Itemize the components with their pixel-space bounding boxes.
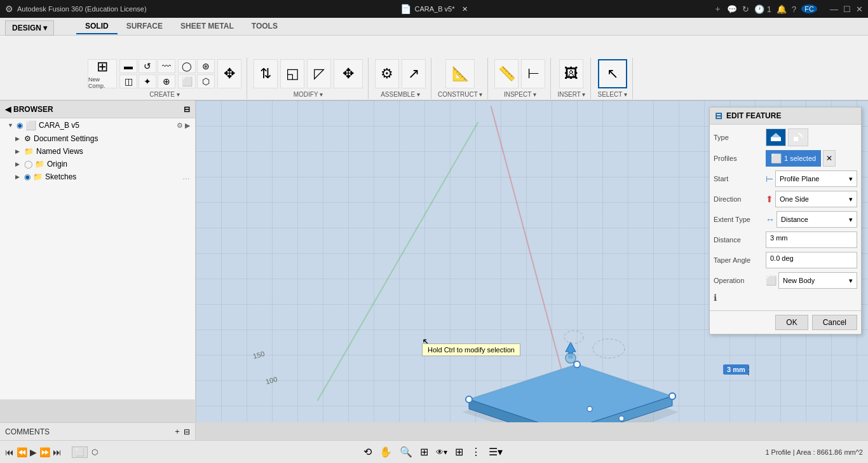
ef-start-dropdown[interactable]: Profile Plane ▾ — [775, 170, 857, 187]
browser-origin-visibility[interactable]: ◯ — [24, 160, 32, 169]
pb-skip-start[interactable]: ⏮ — [5, 447, 14, 457]
clock-icon[interactable]: 🕐 1 — [754, 4, 771, 14]
ef-taper-input[interactable]: 0.0 deg — [766, 252, 857, 268]
modify-items: ⇅ ◱ ◸ ✥ — [254, 59, 363, 88]
construct-plane-btn[interactable]: 📐 — [445, 59, 475, 88]
close-btn[interactable]: ✕ — [856, 4, 863, 14]
browser-root[interactable]: ▼ ◉ ⬜ CARA_B v5 ⚙ ▶ — [0, 118, 195, 132]
canvas[interactable]: 3 mm ⋮ Hold Ctrl to modify selection ↖ T… — [196, 100, 868, 422]
ef-start-label: Start — [714, 175, 763, 183]
dimension-options[interactable]: ⋮ — [743, 365, 754, 377]
tab-solid[interactable]: SOLID — [76, 19, 118, 34]
joint-btn[interactable]: ⚙ — [375, 59, 399, 88]
pb-next[interactable]: ⏩ — [39, 447, 50, 457]
rib-btn[interactable]: ✦ — [139, 74, 156, 88]
design-button[interactable]: DESIGN ▾ — [5, 20, 54, 36]
ef-taper-label: Taper Angle — [714, 256, 763, 264]
nav-orbit-btn[interactable]: ⟲ — [360, 444, 375, 460]
browser-sketches[interactable]: ▶ ◉ 📁 Sketches … — [0, 170, 195, 183]
nav-grid-menu[interactable]: ⋮ — [468, 444, 484, 460]
chamfer-btn[interactable]: ◸ — [307, 59, 331, 88]
ef-info-btn[interactable]: ℹ — [714, 293, 717, 303]
ef-operation-label: Operation — [714, 277, 763, 284]
nav-pan-btn[interactable]: ✋ — [376, 444, 395, 460]
close-tab-icon[interactable]: ✕ — [462, 5, 468, 13]
refresh-icon[interactable]: ↻ — [742, 4, 749, 14]
tooltip: Hold Ctrl to modify selection — [422, 343, 520, 356]
browser-root-visibility[interactable]: ◉ — [17, 121, 23, 130]
ef-operation-dropdown[interactable]: New Body ▾ — [778, 272, 857, 289]
ef-direction-control: ⬆ One Side ▾ — [766, 191, 857, 207]
browser-named-views[interactable]: ▶ 📁 Named Views — [0, 145, 195, 158]
maximize-btn[interactable]: ☐ — [843, 4, 851, 14]
browser-panel: ◀ BROWSER ⊟ ▼ ◉ ⬜ CARA_B v5 ⚙ ▶ ▶ ⚙ Docu… — [0, 100, 196, 399]
pb-skip-end[interactable]: ⏭ — [53, 447, 62, 457]
svg-point-12 — [566, 353, 576, 363]
pb-play[interactable]: ▶ — [30, 447, 37, 457]
browser-back-icon[interactable]: ◀ — [5, 105, 11, 114]
new-component-btn[interactable]: ⊞New Comp. — [88, 59, 117, 88]
view-perspective-btn[interactable]: ⬜ — [72, 446, 88, 458]
nav-view-menu[interactable]: 👁▾ — [433, 446, 451, 459]
modify-group: ⇅ ◱ ◸ ✥ MODIFY ▾ — [248, 58, 369, 99]
sweep-btn[interactable]: 〰 — [158, 59, 175, 73]
navigation-icons: ⟲ ✋ 🔍 ⊞ 👁▾ ⊞ ⋮ ☰▾ — [360, 444, 506, 460]
browser-sketches-visibility[interactable]: ◉ — [24, 172, 31, 181]
move-btn[interactable]: ✥ — [217, 59, 241, 88]
ef-profiles-clear-btn[interactable]: ✕ — [823, 150, 836, 167]
chat-icon[interactable]: 💬 — [727, 4, 737, 14]
browser-origin[interactable]: ▶ ◯ 📁 Origin — [0, 158, 195, 170]
browser-doc-settings[interactable]: ▶ ⚙ Document Settings — [0, 132, 195, 145]
bell-icon[interactable]: 🔔 — [776, 4, 787, 14]
extrude-btn[interactable]: ▬ — [119, 59, 137, 73]
comments-collapse-btn[interactable]: ⊟ — [184, 427, 190, 436]
ef-ok-button[interactable]: OK — [775, 315, 808, 330]
comments-bar: COMMENTS ＋ ⊟ — [0, 422, 196, 440]
tab-tools[interactable]: TOOLS — [243, 19, 287, 34]
tab-sheet-metal[interactable]: SHEET METAL — [172, 19, 243, 34]
cyl-btn[interactable]: ⬡ — [197, 74, 215, 88]
assemble-group: ⚙ ↗ ASSEMBLE ▾ — [370, 58, 431, 99]
press-pull-btn[interactable]: ⇅ — [254, 59, 278, 88]
minimize-btn[interactable]: — — [830, 4, 838, 14]
new-tab-btn[interactable]: ＋ — [714, 3, 722, 15]
move-copy-btn[interactable]: ✥ — [334, 59, 363, 88]
ef-operation-chevron: ▾ — [849, 277, 853, 285]
loft-btn[interactable]: ◫ — [119, 74, 137, 88]
app-icon: ⚙ — [5, 4, 13, 14]
fillet-btn[interactable]: ◱ — [280, 59, 304, 88]
statusbar-left: ⏮ ⏪ ▶ ⏩ ⏭ ⬜ ⬡ — [5, 446, 100, 458]
comments-add-btn[interactable]: ＋ — [173, 426, 181, 437]
user-avatar[interactable]: FC — [801, 4, 817, 13]
thread-btn[interactable]: ⊛ — [197, 59, 215, 73]
nav-grid-btn[interactable]: ⊞ — [452, 444, 466, 460]
ef-direction-dropdown[interactable]: One Side ▾ — [775, 191, 857, 207]
ef-distance-input[interactable]: 3 mm — [766, 232, 857, 248]
nav-zoom-btn[interactable]: 🔍 — [397, 444, 416, 460]
browser-root-settings[interactable]: ⚙ ▶ — [177, 121, 190, 130]
help-icon[interactable]: ? — [792, 4, 796, 14]
web-btn[interactable]: ⊕ — [158, 74, 175, 88]
tab-surface[interactable]: SURFACE — [118, 19, 172, 34]
view-ortho-btn[interactable]: ⬡ — [89, 446, 100, 458]
browser-doc-settings-label: Document Settings — [34, 134, 190, 143]
ef-extrude-btn[interactable] — [766, 128, 786, 146]
svg-point-10 — [669, 393, 675, 399]
box-btn[interactable]: ⬜ — [178, 74, 196, 88]
ef-profiles-select-btn[interactable]: ⬜ 1 selected — [766, 150, 821, 167]
section-analysis-btn[interactable]: ⊢ — [521, 59, 545, 88]
measure-btn[interactable]: 📏 — [494, 59, 519, 88]
nav-fit-btn[interactable]: ⊞ — [417, 444, 431, 460]
ef-revolve-btn[interactable] — [788, 128, 808, 146]
browser-collapse-icon[interactable]: ⊟ — [184, 105, 190, 114]
construct-group: 📐 CONSTRUCT ▾ — [433, 58, 488, 99]
ef-extent-dropdown[interactable]: Distance ▾ — [776, 211, 857, 228]
insert-image-btn[interactable]: 🖼 — [559, 59, 583, 88]
ef-cancel-button[interactable]: Cancel — [812, 315, 857, 330]
revolve-btn[interactable]: ↺ — [139, 59, 156, 73]
pb-prev[interactable]: ⏪ — [17, 447, 27, 457]
nav-display-btn[interactable]: ☰▾ — [485, 444, 506, 460]
select-btn[interactable]: ↖ — [598, 59, 627, 88]
joint-origin-btn[interactable]: ↗ — [402, 59, 426, 88]
hole-btn[interactable]: ◯ — [178, 59, 196, 73]
